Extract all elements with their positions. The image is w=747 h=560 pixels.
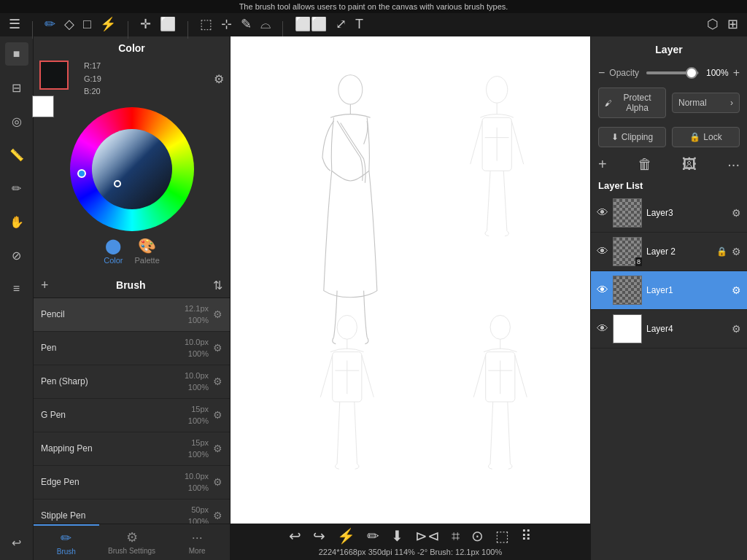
delete-layer-button[interactable]: 🗑 bbox=[638, 156, 652, 173]
flip-icon[interactable]: ⊳⊲ bbox=[415, 527, 440, 545]
brush-item-pencil[interactable]: Pencil 12.1px 100% ⚙ bbox=[34, 298, 230, 332]
fill-icon[interactable]: ✎ bbox=[241, 16, 252, 32]
brush-tab-icon: ✏ bbox=[61, 530, 71, 546]
left-panel: Color R:17 G:19 B:20 ⚙ bbox=[34, 36, 231, 560]
layer-item-layer4[interactable]: 👁 Layer4 ⚙ bbox=[591, 310, 747, 349]
tab-color[interactable]: ⬤ Color bbox=[104, 237, 123, 265]
tab-palette[interactable]: 🎨 Palette bbox=[135, 237, 160, 265]
layer-visibility-icon3[interactable]: 👁 bbox=[597, 284, 608, 297]
canvas-content[interactable] bbox=[231, 36, 590, 524]
pencil-lt-icon[interactable]: ✏ bbox=[5, 176, 28, 200]
layer-more-button[interactable]: ··· bbox=[727, 156, 740, 173]
grid-canvas-icon[interactable]: ⠿ bbox=[521, 527, 532, 545]
brush-section-title: Brush bbox=[116, 279, 145, 291]
crop-icon[interactable]: ⤢ bbox=[336, 16, 347, 32]
svg-line-25 bbox=[473, 355, 485, 397]
color-wheel-container[interactable] bbox=[39, 104, 224, 234]
zoom-icon[interactable]: ◎ bbox=[5, 109, 28, 133]
brush-tool-icon[interactable]: ✏ bbox=[44, 16, 55, 32]
ruler-icon[interactable]: 📏 bbox=[5, 143, 28, 166]
layer-item-layer2[interactable]: 👁 8 Layer 2 🔒 ⚙ bbox=[591, 233, 747, 271]
svg-line-18 bbox=[337, 402, 340, 464]
layer-gear-icon-layer4[interactable]: ⚙ bbox=[732, 323, 741, 335]
eraser-icon[interactable]: ⊘ bbox=[5, 244, 28, 267]
main-layout: ■ ⊟ ◎ 📏 ✏ ✋ ⊘ ≡ ↩ Color R:17 G:19 B:20 bbox=[0, 36, 747, 560]
brush-settings-icon-2[interactable]: ⚙ bbox=[213, 376, 222, 387]
transform-canvas-icon[interactable]: ⌗ bbox=[452, 528, 460, 545]
add-layer-button[interactable]: + bbox=[598, 156, 607, 173]
layer-lt-icon[interactable]: ≡ bbox=[5, 277, 28, 300]
opacity-slider[interactable] bbox=[646, 66, 699, 80]
hand-icon[interactable]: ✋ bbox=[5, 210, 28, 233]
redo-canvas-icon[interactable]: ↪ bbox=[313, 527, 325, 545]
move-icon[interactable]: ✛ bbox=[140, 16, 151, 32]
layer-visibility-icon[interactable]: 👁 bbox=[597, 206, 608, 219]
tab-more[interactable]: ··· More bbox=[164, 524, 230, 560]
tab-brush[interactable]: ✏ Brush bbox=[34, 524, 99, 560]
opacity-minus-button[interactable]: − bbox=[598, 66, 605, 79]
brush-item-stipple-pen[interactable]: Stipple Pen 50px 100% ⚙ bbox=[34, 499, 230, 524]
transform-icon[interactable]: □ bbox=[83, 17, 91, 32]
opacity-plus-button[interactable]: + bbox=[733, 66, 740, 79]
brush-item-pen-sharp[interactable]: Pen (Sharp) 10.0px 100% ⚙ bbox=[34, 365, 230, 399]
undo-icon[interactable]: ↩ bbox=[5, 531, 28, 554]
assets-icon[interactable]: ⬡ bbox=[707, 16, 719, 32]
blend-mode-button[interactable]: Normal › bbox=[672, 93, 740, 113]
color-settings-icon[interactable]: ⚙ bbox=[214, 72, 224, 86]
import-icon[interactable]: ⬇ bbox=[391, 527, 403, 545]
menu-icon[interactable]: ☰ bbox=[9, 16, 20, 32]
layer-comp-icon[interactable]: ⬜⬜ bbox=[295, 16, 327, 32]
layer-visibility-icon2[interactable]: 👁 bbox=[597, 245, 608, 258]
svg-point-20 bbox=[490, 315, 510, 339]
canvas-icon[interactable]: ⬜ bbox=[160, 16, 176, 32]
brush-settings-icon-6[interactable]: ⚙ bbox=[213, 510, 222, 521]
tab-brush-settings[interactable]: ⚙ Brush Settings bbox=[99, 524, 165, 560]
color-wheel[interactable] bbox=[70, 107, 194, 231]
brush-settings-icon-3[interactable]: ⚙ bbox=[213, 409, 222, 421]
color-values: R:17 G:19 B:20 bbox=[84, 60, 209, 98]
layer-item-layer3[interactable]: 👁 Layer3 ⚙ bbox=[591, 194, 747, 233]
brush-settings-icon-5[interactable]: ⚙ bbox=[213, 476, 222, 488]
brush-settings-icon-4[interactable]: ⚙ bbox=[213, 443, 222, 454]
layer-gear-icon-layer3[interactable]: ⚙ bbox=[732, 207, 741, 219]
eyedropper-icon[interactable]: ⊹ bbox=[221, 16, 232, 32]
mask-icon[interactable]: ⬚ bbox=[495, 527, 509, 545]
layer-gear-icon-layer2[interactable]: ⚙ bbox=[732, 246, 741, 257]
lock-button[interactable]: 🔒 Lock bbox=[672, 127, 740, 147]
foreground-color[interactable] bbox=[39, 61, 69, 90]
protect-alpha-button[interactable]: 🖌 Protect Alpha bbox=[598, 88, 666, 118]
brush-settings-icon-1[interactable]: ⚙ bbox=[213, 342, 222, 354]
opacity-slider-thumb[interactable] bbox=[686, 67, 697, 79]
sort-brush-icon[interactable]: ⇅ bbox=[213, 279, 222, 292]
pen-canvas-icon[interactable]: ✏ bbox=[367, 527, 379, 545]
lasso-icon[interactable]: ⚡ bbox=[337, 527, 355, 545]
brush-settings-icon-0[interactable]: ⚙ bbox=[213, 308, 222, 320]
brush-item-edge-pen[interactable]: Edge Pen 10.0px 100% ⚙ bbox=[34, 466, 230, 499]
color-icon[interactable]: ■ bbox=[5, 42, 28, 66]
layer-panel-title: Layer bbox=[591, 36, 747, 63]
brush-item-mapping-pen[interactable]: Mapping Pen 15px 100% ⚙ bbox=[34, 432, 230, 466]
canvas-status-bar: 2224*1668px 350dpi 114% -2° Brush: 12.1p… bbox=[319, 548, 502, 556]
color-picker-square[interactable] bbox=[92, 129, 172, 209]
add-brush-button[interactable]: + bbox=[41, 278, 49, 293]
opacity-value: 100% bbox=[706, 68, 729, 78]
brush-item-g-pen[interactable]: G Pen 15px 100% ⚙ bbox=[34, 399, 230, 432]
pen-tool-icon[interactable]: ⚡ bbox=[100, 16, 116, 32]
text-icon[interactable]: T bbox=[355, 17, 363, 32]
canvas-toolbar: ↩ ↪ ⚡ ✏ ⬇ ⊳⊲ ⌗ ⊙ ⬚ ⠿ bbox=[289, 527, 532, 545]
brush-item-pen[interactable]: Pen 10.0px 100% ⚙ bbox=[34, 332, 230, 365]
clipping-button[interactable]: ⬇ Clipping bbox=[598, 127, 666, 147]
layer-visibility-icon4[interactable]: 👁 bbox=[597, 322, 608, 335]
stamp-icon[interactable]: ⊙ bbox=[471, 527, 484, 545]
layers-icon[interactable]: ⊞ bbox=[727, 16, 738, 32]
canvas-area: ↩ ↪ ⚡ ✏ ⬇ ⊳⊲ ⌗ ⊙ ⬚ ⠿ 2224*1668px 350dpi … bbox=[231, 36, 590, 560]
grid-icon[interactable]: ⊟ bbox=[5, 76, 28, 99]
layer-image-button[interactable]: 🖼 bbox=[682, 156, 697, 173]
layer-item-layer1[interactable]: 👁 Layer1 ⚙ bbox=[591, 271, 747, 310]
gradient-icon[interactable]: ⌓ bbox=[260, 17, 271, 32]
marquee-icon[interactable]: ⬚ bbox=[200, 16, 212, 32]
undo-canvas-icon[interactable]: ↩ bbox=[289, 527, 301, 545]
layer-lock-icon: 🔒 bbox=[716, 246, 727, 257]
layer-gear-icon-layer1[interactable]: ⚙ bbox=[732, 284, 741, 296]
select-icon[interactable]: ◇ bbox=[64, 16, 74, 32]
